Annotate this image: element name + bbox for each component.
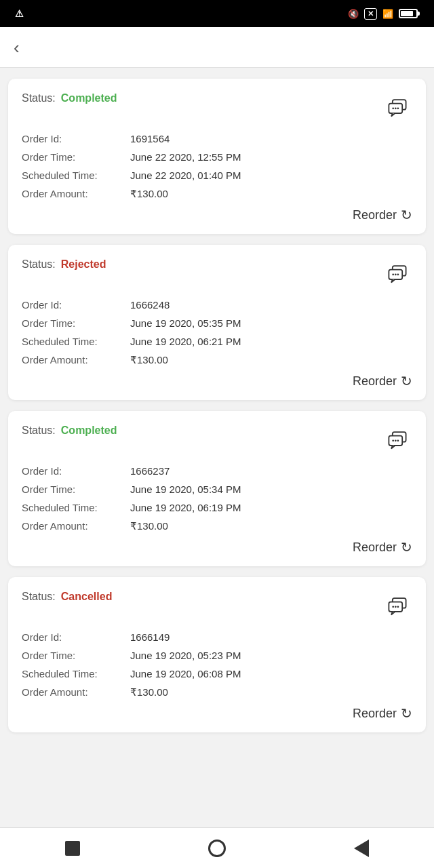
reorder-icon: ↻: [401, 705, 412, 722]
order-amount-label: Order Amount:: [22, 354, 130, 366]
status-value: Rejected: [61, 258, 106, 271]
scheduled-time-value: June 22 2020, 01:40 PM: [130, 170, 241, 181]
order-time-row: Order Time: June 22 2020, 12:55 PM: [22, 151, 412, 163]
status-bar-left: ⚠: [11, 8, 24, 19]
svg-point-4: [397, 107, 399, 109]
svg-point-14: [397, 439, 399, 441]
order-card-3: Status: Completed Order Id: [8, 411, 426, 566]
order-time-label: Order Time:: [22, 317, 130, 329]
triangle-icon: [354, 840, 369, 857]
order-time-value: June 19 2020, 05:34 PM: [130, 484, 241, 495]
svg-point-8: [395, 273, 397, 275]
order-card-4: Status: Cancelled Order Id: [8, 577, 426, 732]
order-time-label: Order Time:: [22, 484, 130, 495]
status-row: Status: Cancelled: [22, 591, 112, 603]
order-time-label: Order Time:: [22, 151, 130, 163]
chat-icon[interactable]: [382, 591, 412, 620]
card-footer: Reorder ↻: [22, 373, 412, 389]
circle-icon: [208, 840, 226, 857]
reorder-label: Reorder: [353, 208, 397, 222]
reorder-icon: ↻: [401, 373, 412, 389]
wifi-icon: 📶: [382, 9, 393, 19]
order-id-row: Order Id: 1691564: [22, 133, 412, 144]
reorder-button[interactable]: Reorder ↻: [353, 373, 412, 389]
card-footer: Reorder ↻: [22, 539, 412, 555]
order-time-row: Order Time: June 19 2020, 05:34 PM: [22, 484, 412, 495]
order-time-value: June 19 2020, 05:23 PM: [130, 650, 241, 661]
svg-point-17: [392, 606, 394, 608]
svg-point-12: [392, 439, 394, 441]
status-bar-right: 🔇 ✕ 📶: [348, 8, 423, 20]
status-row: Status: Rejected: [22, 258, 106, 271]
reorder-button[interactable]: Reorder ↻: [353, 207, 412, 223]
chat-icon[interactable]: [382, 425, 412, 454]
square-icon: [65, 841, 80, 856]
scheduled-time-label: Scheduled Time:: [22, 170, 130, 181]
reorder-button[interactable]: Reorder ↻: [353, 705, 412, 722]
svg-point-2: [392, 107, 394, 109]
status-bar: ⚠ 🔇 ✕ 📶: [0, 0, 434, 27]
order-id-label: Order Id:: [22, 299, 130, 311]
circle-button[interactable]: [205, 836, 229, 861]
svg-point-3: [395, 107, 397, 109]
scheduled-time-row: Scheduled Time: June 19 2020, 06:21 PM: [22, 336, 412, 347]
order-amount-row: Order Amount: ₹130.00: [22, 686, 412, 698]
svg-point-18: [395, 606, 397, 608]
scheduled-time-row: Scheduled Time: June 22 2020, 01:40 PM: [22, 170, 412, 181]
reorder-label: Reorder: [353, 540, 397, 555]
order-amount-value: ₹130.00: [130, 520, 168, 532]
order-id-label: Order Id:: [22, 465, 130, 477]
status-label: Status:: [22, 425, 56, 437]
battery-icon: [399, 9, 418, 18]
scheduled-time-value: June 19 2020, 06:19 PM: [130, 502, 241, 513]
order-id-value: 1666248: [130, 299, 170, 311]
reorder-icon: ↻: [401, 539, 412, 555]
order-id-row: Order Id: 1666149: [22, 631, 412, 643]
reorder-label: Reorder: [353, 374, 397, 389]
card-header: Status: Completed: [22, 92, 412, 122]
status-label: Status:: [22, 92, 56, 104]
chat-icon[interactable]: [382, 92, 412, 122]
bottom-navigation: [0, 827, 434, 868]
back-nav-button[interactable]: [349, 836, 374, 861]
svg-point-7: [392, 273, 394, 275]
back-button[interactable]: ‹: [14, 39, 20, 56]
svg-point-9: [397, 273, 399, 275]
order-id-row: Order Id: 1666248: [22, 299, 412, 311]
reorder-button[interactable]: Reorder ↻: [353, 539, 412, 555]
scheduled-time-label: Scheduled Time:: [22, 502, 130, 513]
order-id-value: 1691564: [130, 133, 170, 144]
status-row: Status: Completed: [22, 92, 117, 104]
card-footer: Reorder ↻: [22, 207, 412, 223]
order-id-row: Order Id: 1666237: [22, 465, 412, 477]
order-card-1: Status: Completed Order Id: [8, 79, 426, 234]
order-amount-row: Order Amount: ₹130.00: [22, 188, 412, 200]
order-amount-label: Order Amount:: [22, 520, 130, 532]
scheduled-time-value: June 19 2020, 06:21 PM: [130, 336, 241, 347]
reorder-icon: ↻: [401, 207, 412, 223]
status-value: Cancelled: [61, 591, 113, 603]
reorder-label: Reorder: [353, 707, 397, 721]
card-header: Status: Cancelled: [22, 591, 412, 620]
mute-icon: 🔇: [348, 9, 359, 19]
status-label: Status:: [22, 591, 56, 603]
order-id-label: Order Id:: [22, 631, 130, 643]
chat-icon[interactable]: [382, 258, 412, 288]
order-time-row: Order Time: June 19 2020, 05:23 PM: [22, 650, 412, 661]
order-id-value: 1666237: [130, 465, 170, 477]
card-header: Status: Rejected: [22, 258, 412, 288]
scheduled-time-value: June 19 2020, 06:08 PM: [130, 668, 241, 679]
warning-icon: ⚠: [15, 8, 24, 19]
order-time-row: Order Time: June 19 2020, 05:35 PM: [22, 317, 412, 329]
svg-point-13: [395, 439, 397, 441]
order-amount-value: ₹130.00: [130, 686, 168, 698]
order-id-label: Order Id:: [22, 133, 130, 144]
x-icon: ✕: [364, 8, 377, 20]
scheduled-time-row: Scheduled Time: June 19 2020, 06:19 PM: [22, 502, 412, 513]
scheduled-time-row: Scheduled Time: June 19 2020, 06:08 PM: [22, 668, 412, 679]
status-row: Status: Completed: [22, 425, 117, 437]
scheduled-time-label: Scheduled Time:: [22, 336, 130, 347]
status-value: Completed: [61, 425, 117, 437]
card-footer: Reorder ↻: [22, 705, 412, 722]
home-button[interactable]: [60, 836, 85, 861]
